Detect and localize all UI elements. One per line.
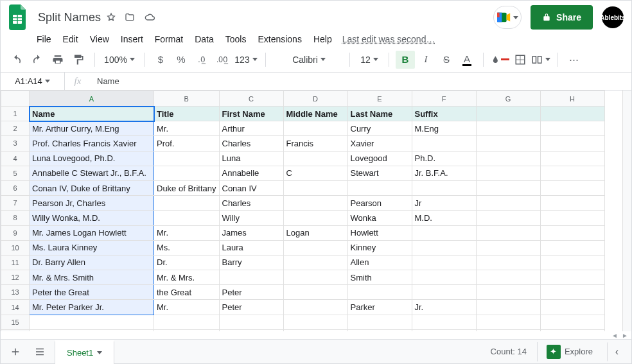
cell-C13[interactable]: Peter	[219, 285, 283, 300]
cell-F4[interactable]: Ph.D.	[412, 151, 476, 166]
cell-A15[interactable]	[30, 315, 154, 329]
account-avatar[interactable]: Ablebits	[602, 6, 624, 28]
currency-icon[interactable]: $	[151, 51, 170, 69]
paint-format-icon[interactable]	[69, 51, 88, 69]
cell-H9[interactable]	[540, 225, 604, 240]
cell-G5[interactable]	[476, 166, 540, 180]
cell-B13[interactable]: the Great	[154, 285, 220, 300]
cell-F7[interactable]: Jr	[412, 196, 476, 211]
cell-F6[interactable]	[412, 180, 476, 195]
cell-E7[interactable]: Pearson	[347, 196, 412, 211]
cell-G12[interactable]	[476, 270, 540, 285]
increase-decimal-icon[interactable]: .00̲	[213, 51, 232, 69]
cell-F8[interactable]: M.D.	[412, 211, 476, 225]
cell-B6[interactable]: Duke of Brittany	[154, 180, 220, 195]
cell-G4[interactable]	[476, 151, 540, 166]
cell-E4[interactable]: Lovegood	[347, 151, 412, 166]
cell-F12[interactable]	[412, 270, 476, 285]
sheet-tab-sheet1[interactable]: Sheet1	[55, 340, 114, 364]
cell-D13[interactable]	[283, 285, 347, 300]
more-toolbar-icon[interactable]: ⋯	[564, 51, 583, 69]
scroll-right-icon[interactable]: ►	[620, 331, 630, 339]
font-family-select[interactable]: Calibri	[272, 51, 343, 69]
cell-D2[interactable]	[283, 121, 347, 136]
cell-H10[interactable]	[540, 240, 604, 255]
cell-H8[interactable]	[540, 211, 604, 225]
cell-A13[interactable]: Peter the Great	[30, 285, 154, 300]
cell-A1[interactable]: Name	[30, 107, 154, 121]
vertical-scrollbar[interactable]	[622, 91, 631, 331]
cell-B12[interactable]: Mr. & Mrs.	[154, 270, 220, 285]
name-box[interactable]: A1:A14	[1, 73, 65, 90]
cell-G9[interactable]	[476, 225, 540, 240]
cell-D4[interactable]	[283, 151, 347, 166]
cell-G7[interactable]	[476, 196, 540, 211]
cell-A10[interactable]: Ms. Laura Kinney	[30, 240, 154, 255]
row-header-1[interactable]: 1	[1, 107, 30, 121]
cell-E1[interactable]: Last Name	[347, 107, 412, 121]
cell-H14[interactable]	[540, 300, 604, 315]
cell-A5[interactable]: Annabelle C Stewart Jr., B.F.A.	[30, 166, 154, 180]
cell-A3[interactable]: Prof. Charles Francis Xavier	[30, 136, 154, 151]
cell-E9[interactable]: Howlett	[347, 225, 412, 240]
col-header-A[interactable]: A	[30, 91, 154, 107]
cell-blank-B[interactable]	[154, 329, 220, 331]
cell-H13[interactable]	[540, 285, 604, 300]
all-sheets-button[interactable]	[30, 342, 49, 361]
spreadsheet-grid[interactable]: ABCDEFGH1NameTitleFirst NameMiddle NameL…	[1, 91, 605, 331]
cell-E10[interactable]: Kinney	[347, 240, 412, 255]
cell-E8[interactable]: Wonka	[347, 211, 412, 225]
cell-E11[interactable]: Allen	[347, 255, 412, 270]
text-color-button[interactable]: A	[457, 51, 477, 69]
cell-C14[interactable]: Peter	[219, 300, 283, 315]
cell-A7[interactable]: Pearson Jr, Charles	[30, 196, 154, 211]
col-header-G[interactable]: G	[476, 91, 540, 107]
cell-D1[interactable]: Middle Name	[283, 107, 347, 121]
cell-C4[interactable]: Luna	[219, 151, 283, 166]
cell-F15[interactable]	[412, 315, 476, 329]
print-icon[interactable]	[48, 51, 67, 69]
menu-edit[interactable]: Edit	[58, 31, 83, 47]
cell-H4[interactable]	[540, 151, 604, 166]
cell-C11[interactable]: Barry	[219, 255, 283, 270]
cell-A11[interactable]: Dr. Barry Allen	[30, 255, 154, 270]
cell-blank-C[interactable]	[219, 329, 283, 331]
cell-blank-E[interactable]	[347, 329, 412, 331]
cell-B8[interactable]	[154, 211, 220, 225]
cell-B1[interactable]: Title	[154, 107, 220, 121]
cell-F9[interactable]	[412, 225, 476, 240]
cell-F11[interactable]	[412, 255, 476, 270]
cell-C10[interactable]: Laura	[219, 240, 283, 255]
zoom-select[interactable]: 100%	[101, 51, 137, 69]
cell-A2[interactable]: Mr. Arthur Curry, M.Eng	[30, 121, 154, 136]
borders-button[interactable]	[511, 51, 530, 69]
cell-blank-A[interactable]	[30, 329, 154, 331]
more-formats-select[interactable]: 123	[233, 51, 259, 69]
cell-D9[interactable]: Logan	[283, 225, 347, 240]
cell-H7[interactable]	[540, 196, 604, 211]
menu-file[interactable]: File	[31, 31, 57, 47]
cell-F14[interactable]: Jr.	[412, 300, 476, 315]
cell-B15[interactable]	[154, 315, 220, 329]
row-header-13[interactable]: 13	[1, 285, 30, 300]
cell-H2[interactable]	[540, 121, 604, 136]
row-header-4[interactable]: 4	[1, 151, 30, 166]
cell-H11[interactable]	[540, 255, 604, 270]
col-header-B[interactable]: B	[154, 91, 220, 107]
row-header-3[interactable]: 3	[1, 136, 30, 151]
move-icon[interactable]	[124, 12, 136, 22]
cell-D3[interactable]: Francis	[283, 136, 347, 151]
cell-D5[interactable]: C	[283, 166, 347, 180]
star-icon[interactable]	[106, 12, 116, 22]
fill-color-button[interactable]	[490, 51, 509, 69]
cell-blank-D[interactable]	[283, 329, 347, 331]
cell-C15[interactable]	[219, 315, 283, 329]
cell-D10[interactable]	[283, 240, 347, 255]
cell-H12[interactable]	[540, 270, 604, 285]
menu-format[interactable]: Format	[150, 31, 188, 47]
cell-E2[interactable]: Curry	[347, 121, 412, 136]
cell-B2[interactable]: Mr.	[154, 121, 220, 136]
cell-F3[interactable]	[412, 136, 476, 151]
cell-G15[interactable]	[476, 315, 540, 329]
merge-cells-button[interactable]	[531, 51, 550, 69]
